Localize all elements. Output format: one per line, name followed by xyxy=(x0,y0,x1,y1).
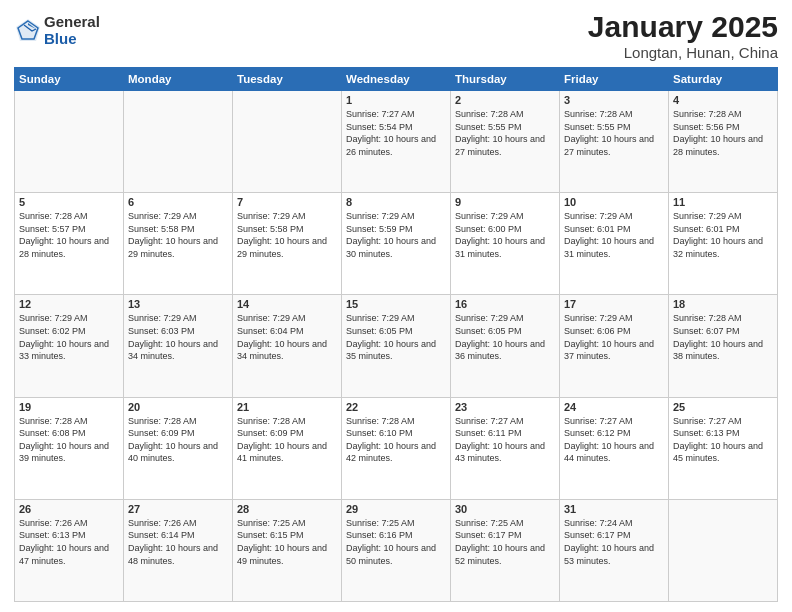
day-number: 6 xyxy=(128,196,228,208)
day-info: Sunrise: 7:28 AMSunset: 5:56 PMDaylight:… xyxy=(673,108,773,158)
table-cell: 9Sunrise: 7:29 AMSunset: 6:00 PMDaylight… xyxy=(451,193,560,295)
day-number: 29 xyxy=(346,503,446,515)
day-number: 9 xyxy=(455,196,555,208)
day-number: 19 xyxy=(19,401,119,413)
table-cell: 23Sunrise: 7:27 AMSunset: 6:11 PMDayligh… xyxy=(451,397,560,499)
day-info: Sunrise: 7:27 AMSunset: 6:11 PMDaylight:… xyxy=(455,415,555,465)
table-cell: 29Sunrise: 7:25 AMSunset: 6:16 PMDayligh… xyxy=(342,499,451,601)
day-info: Sunrise: 7:29 AMSunset: 6:05 PMDaylight:… xyxy=(346,312,446,362)
calendar-subtitle: Longtan, Hunan, China xyxy=(588,44,778,61)
table-cell: 3Sunrise: 7:28 AMSunset: 5:55 PMDaylight… xyxy=(560,91,669,193)
day-number: 15 xyxy=(346,298,446,310)
table-cell: 18Sunrise: 7:28 AMSunset: 6:07 PMDayligh… xyxy=(669,295,778,397)
day-number: 27 xyxy=(128,503,228,515)
table-cell: 26Sunrise: 7:26 AMSunset: 6:13 PMDayligh… xyxy=(15,499,124,601)
table-cell: 19Sunrise: 7:28 AMSunset: 6:08 PMDayligh… xyxy=(15,397,124,499)
day-number: 23 xyxy=(455,401,555,413)
day-info: Sunrise: 7:25 AMSunset: 6:16 PMDaylight:… xyxy=(346,517,446,567)
th-wednesday: Wednesday xyxy=(342,68,451,91)
day-number: 21 xyxy=(237,401,337,413)
table-cell: 5Sunrise: 7:28 AMSunset: 5:57 PMDaylight… xyxy=(15,193,124,295)
day-info: Sunrise: 7:29 AMSunset: 6:06 PMDaylight:… xyxy=(564,312,664,362)
day-info: Sunrise: 7:29 AMSunset: 5:58 PMDaylight:… xyxy=(237,210,337,260)
th-thursday: Thursday xyxy=(451,68,560,91)
th-tuesday: Tuesday xyxy=(233,68,342,91)
table-cell: 31Sunrise: 7:24 AMSunset: 6:17 PMDayligh… xyxy=(560,499,669,601)
day-number: 20 xyxy=(128,401,228,413)
svg-marker-0 xyxy=(16,19,40,41)
table-cell: 25Sunrise: 7:27 AMSunset: 6:13 PMDayligh… xyxy=(669,397,778,499)
table-cell: 16Sunrise: 7:29 AMSunset: 6:05 PMDayligh… xyxy=(451,295,560,397)
day-info: Sunrise: 7:28 AMSunset: 6:09 PMDaylight:… xyxy=(237,415,337,465)
day-number: 17 xyxy=(564,298,664,310)
day-number: 7 xyxy=(237,196,337,208)
day-info: Sunrise: 7:25 AMSunset: 6:17 PMDaylight:… xyxy=(455,517,555,567)
day-info: Sunrise: 7:28 AMSunset: 6:10 PMDaylight:… xyxy=(346,415,446,465)
day-number: 26 xyxy=(19,503,119,515)
logo: General Blue xyxy=(14,14,100,47)
table-cell: 30Sunrise: 7:25 AMSunset: 6:17 PMDayligh… xyxy=(451,499,560,601)
day-number: 24 xyxy=(564,401,664,413)
day-number: 28 xyxy=(237,503,337,515)
table-cell: 27Sunrise: 7:26 AMSunset: 6:14 PMDayligh… xyxy=(124,499,233,601)
day-info: Sunrise: 7:29 AMSunset: 5:59 PMDaylight:… xyxy=(346,210,446,260)
title-block: January 2025 Longtan, Hunan, China xyxy=(588,10,778,61)
day-info: Sunrise: 7:27 AMSunset: 6:13 PMDaylight:… xyxy=(673,415,773,465)
day-number: 1 xyxy=(346,94,446,106)
week-row-4: 26Sunrise: 7:26 AMSunset: 6:13 PMDayligh… xyxy=(15,499,778,601)
table-cell: 22Sunrise: 7:28 AMSunset: 6:10 PMDayligh… xyxy=(342,397,451,499)
table-cell: 2Sunrise: 7:28 AMSunset: 5:55 PMDaylight… xyxy=(451,91,560,193)
table-cell: 24Sunrise: 7:27 AMSunset: 6:12 PMDayligh… xyxy=(560,397,669,499)
table-cell: 8Sunrise: 7:29 AMSunset: 5:59 PMDaylight… xyxy=(342,193,451,295)
day-number: 11 xyxy=(673,196,773,208)
day-info: Sunrise: 7:29 AMSunset: 6:05 PMDaylight:… xyxy=(455,312,555,362)
day-number: 4 xyxy=(673,94,773,106)
day-info: Sunrise: 7:25 AMSunset: 6:15 PMDaylight:… xyxy=(237,517,337,567)
day-info: Sunrise: 7:27 AMSunset: 6:12 PMDaylight:… xyxy=(564,415,664,465)
table-cell: 6Sunrise: 7:29 AMSunset: 5:58 PMDaylight… xyxy=(124,193,233,295)
th-sunday: Sunday xyxy=(15,68,124,91)
th-saturday: Saturday xyxy=(669,68,778,91)
day-info: Sunrise: 7:28 AMSunset: 6:07 PMDaylight:… xyxy=(673,312,773,362)
page: General Blue January 2025 Longtan, Hunan… xyxy=(0,0,792,612)
day-info: Sunrise: 7:28 AMSunset: 6:08 PMDaylight:… xyxy=(19,415,119,465)
day-info: Sunrise: 7:27 AMSunset: 5:54 PMDaylight:… xyxy=(346,108,446,158)
table-cell: 13Sunrise: 7:29 AMSunset: 6:03 PMDayligh… xyxy=(124,295,233,397)
th-monday: Monday xyxy=(124,68,233,91)
table-cell xyxy=(124,91,233,193)
logo-text: General Blue xyxy=(44,14,100,47)
day-info: Sunrise: 7:26 AMSunset: 6:13 PMDaylight:… xyxy=(19,517,119,567)
calendar-table: Sunday Monday Tuesday Wednesday Thursday… xyxy=(14,67,778,602)
day-info: Sunrise: 7:29 AMSunset: 5:58 PMDaylight:… xyxy=(128,210,228,260)
header: General Blue January 2025 Longtan, Hunan… xyxy=(14,10,778,61)
table-cell: 11Sunrise: 7:29 AMSunset: 6:01 PMDayligh… xyxy=(669,193,778,295)
week-row-0: 1Sunrise: 7:27 AMSunset: 5:54 PMDaylight… xyxy=(15,91,778,193)
day-info: Sunrise: 7:28 AMSunset: 5:55 PMDaylight:… xyxy=(455,108,555,158)
table-cell: 21Sunrise: 7:28 AMSunset: 6:09 PMDayligh… xyxy=(233,397,342,499)
day-number: 22 xyxy=(346,401,446,413)
day-info: Sunrise: 7:29 AMSunset: 6:01 PMDaylight:… xyxy=(673,210,773,260)
day-number: 13 xyxy=(128,298,228,310)
day-info: Sunrise: 7:28 AMSunset: 6:09 PMDaylight:… xyxy=(128,415,228,465)
header-row: Sunday Monday Tuesday Wednesday Thursday… xyxy=(15,68,778,91)
table-cell xyxy=(233,91,342,193)
day-number: 14 xyxy=(237,298,337,310)
day-number: 2 xyxy=(455,94,555,106)
table-cell: 4Sunrise: 7:28 AMSunset: 5:56 PMDaylight… xyxy=(669,91,778,193)
table-cell: 12Sunrise: 7:29 AMSunset: 6:02 PMDayligh… xyxy=(15,295,124,397)
day-number: 25 xyxy=(673,401,773,413)
table-cell: 17Sunrise: 7:29 AMSunset: 6:06 PMDayligh… xyxy=(560,295,669,397)
logo-blue-text: Blue xyxy=(44,31,100,48)
week-row-1: 5Sunrise: 7:28 AMSunset: 5:57 PMDaylight… xyxy=(15,193,778,295)
day-info: Sunrise: 7:28 AMSunset: 5:55 PMDaylight:… xyxy=(564,108,664,158)
table-cell: 28Sunrise: 7:25 AMSunset: 6:15 PMDayligh… xyxy=(233,499,342,601)
table-cell: 15Sunrise: 7:29 AMSunset: 6:05 PMDayligh… xyxy=(342,295,451,397)
table-cell: 7Sunrise: 7:29 AMSunset: 5:58 PMDaylight… xyxy=(233,193,342,295)
day-info: Sunrise: 7:28 AMSunset: 5:57 PMDaylight:… xyxy=(19,210,119,260)
day-number: 31 xyxy=(564,503,664,515)
day-number: 16 xyxy=(455,298,555,310)
day-info: Sunrise: 7:29 AMSunset: 6:04 PMDaylight:… xyxy=(237,312,337,362)
table-cell: 14Sunrise: 7:29 AMSunset: 6:04 PMDayligh… xyxy=(233,295,342,397)
week-row-2: 12Sunrise: 7:29 AMSunset: 6:02 PMDayligh… xyxy=(15,295,778,397)
day-info: Sunrise: 7:29 AMSunset: 6:01 PMDaylight:… xyxy=(564,210,664,260)
